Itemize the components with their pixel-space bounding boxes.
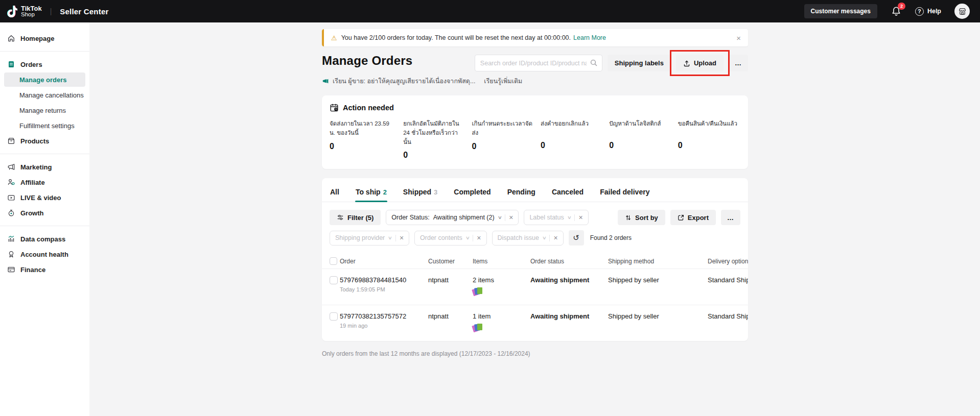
column-header-order: Order xyxy=(340,258,428,265)
action-needed-title: Action needed xyxy=(343,104,394,112)
sidebar-label: Products xyxy=(20,137,49,145)
order-items-count: 2 items xyxy=(473,276,530,284)
column-header-customer: Customer xyxy=(428,258,473,265)
product-thumbnail[interactable] xyxy=(473,324,483,333)
product-thumbnail[interactable] xyxy=(473,287,483,297)
tab-shipped[interactable]: Shipped3 xyxy=(403,183,438,202)
chip-remove-icon[interactable]: × xyxy=(578,214,582,221)
chip-remove-icon[interactable]: × xyxy=(509,214,513,221)
notification-badge: 2 xyxy=(898,3,905,10)
sidebar-label: Data compass xyxy=(20,235,65,243)
metric-value[interactable]: 0 xyxy=(403,151,465,160)
tab-all[interactable]: All xyxy=(330,183,340,202)
main-content: ⚠ You have 2/100 orders for today. The c… xyxy=(322,22,748,357)
sidebar-item-orders[interactable]: Orders xyxy=(0,57,89,72)
tab-completed[interactable]: Completed xyxy=(453,183,491,202)
shop-avatar[interactable] xyxy=(954,4,970,19)
banner-close-icon[interactable]: × xyxy=(736,34,741,42)
sidebar-item-finance[interactable]: Finance xyxy=(0,262,89,277)
sidebar-item-fulfillment-settings[interactable]: Fulfillment settings xyxy=(0,118,89,133)
filter-chip-dispatch-issue[interactable]: Dispatch issue ∨ × xyxy=(492,231,564,246)
sidebar-item-products[interactable]: Products xyxy=(0,133,89,149)
sidebar-item-account-health[interactable]: Account health xyxy=(0,247,89,262)
chevron-down-icon[interactable]: ∨ xyxy=(542,235,547,240)
export-label: Export xyxy=(688,214,709,222)
tab-to-ship[interactable]: To ship2 xyxy=(355,183,387,202)
sidebar-item-affiliate[interactable]: Affiliate xyxy=(0,175,89,190)
tab-pending[interactable]: Pending xyxy=(507,183,536,202)
sidebar-divider xyxy=(0,51,89,52)
chip-value: Awaiting shipment (2) xyxy=(433,214,495,221)
filter-button[interactable]: Filter (5) xyxy=(330,210,381,225)
tab-canceled[interactable]: Canceled xyxy=(551,183,584,202)
chip-divider xyxy=(395,235,396,241)
sidebar-item-manage-returns[interactable]: Manage returns xyxy=(0,103,89,118)
sidebar-item-growth[interactable]: Growth xyxy=(0,205,89,221)
sidebar-label: Manage returns xyxy=(19,107,66,114)
upload-label: Upload xyxy=(694,59,716,67)
action-metric: เกินกำหนดระยะเวลาจัดส่ง0 xyxy=(472,119,534,160)
sort-by-label: Sort by xyxy=(635,214,658,222)
filter-chip-label-status[interactable]: Label status ∨ × xyxy=(524,210,588,225)
filter-chip-order-status[interactable]: Order Status: Awaiting shipment (2) ∨ × xyxy=(386,210,519,225)
announcement-learn-more-link[interactable]: เรียนรู้เพิ่มเติม xyxy=(484,76,522,86)
order-id[interactable]: 579770382135757572 xyxy=(340,312,428,320)
chip-remove-icon[interactable]: × xyxy=(400,234,404,241)
chevron-down-icon[interactable]: ∨ xyxy=(497,215,502,220)
calendar-clock-icon xyxy=(330,103,339,112)
action-metric: ขอคืนสินค้า/คืนเงินแล้ว0 xyxy=(678,119,740,160)
chip-prefix: Order Status: xyxy=(391,214,429,221)
upload-button[interactable]: Upload xyxy=(676,55,724,71)
chip-remove-icon[interactable]: × xyxy=(553,234,557,241)
sidebar-item-data-compass[interactable]: Data compass xyxy=(0,231,89,247)
metric-value[interactable]: 0 xyxy=(678,141,740,150)
chip-remove-icon[interactable]: × xyxy=(477,234,481,241)
shipping-labels-button[interactable]: Shipping labels xyxy=(608,55,671,71)
select-all-checkbox[interactable] xyxy=(330,257,337,265)
toolbar-more-button[interactable]: … xyxy=(729,55,748,71)
sidebar-label: Affiliate xyxy=(20,179,45,186)
order-id[interactable]: 579769883784481540 xyxy=(340,276,428,284)
sidebar-item-manage-cancellations[interactable]: Manage cancellations xyxy=(0,87,89,103)
finance-card-icon xyxy=(7,265,15,274)
filter-chip-order-contents[interactable]: Order contents ∨ × xyxy=(414,231,486,246)
order-delivery-option: Standard Shipping xyxy=(708,276,748,284)
filter-chip-shipping-provider[interactable]: Shipping provider ∨ × xyxy=(330,231,409,246)
sidebar-item-live-video[interactable]: LIVE & video xyxy=(0,190,89,205)
sidebar-item-homepage[interactable]: Homepage xyxy=(0,31,89,46)
customer-messages-button[interactable]: Customer messages xyxy=(804,4,877,18)
sidebar-label: Marketing xyxy=(20,163,52,171)
tiktok-shop-logo[interactable]: TikTok Shop xyxy=(7,5,42,18)
banner-learn-more-link[interactable]: Learn More xyxy=(573,34,606,41)
sort-by-button[interactable]: Sort by xyxy=(618,210,665,225)
chip-value: Dispatch issue xyxy=(498,234,539,241)
column-header-items: Items xyxy=(473,258,530,265)
metric-value[interactable]: 0 xyxy=(330,142,397,151)
order-delivery-option: Standard Shipping xyxy=(708,312,748,320)
brand-line2: Shop xyxy=(21,12,42,18)
filters-more-button[interactable]: … xyxy=(721,210,740,225)
sidebar-item-manage-orders[interactable]: Manage orders xyxy=(4,72,85,87)
sidebar-item-marketing[interactable]: Marketing xyxy=(0,159,89,175)
row-checkbox[interactable] xyxy=(330,276,338,284)
order-status-tabs: All To ship2 Shipped3 Completed Pending … xyxy=(322,178,748,202)
chevron-down-icon[interactable]: ∨ xyxy=(567,215,571,220)
chevron-down-icon[interactable]: ∨ xyxy=(388,235,392,240)
sidebar-label: Manage orders xyxy=(19,76,66,84)
upload-icon xyxy=(683,60,690,67)
tab-label: To ship xyxy=(356,188,381,196)
sidebar: Homepage Orders Manage orders Manage can… xyxy=(0,22,89,416)
tab-failed-delivery[interactable]: Failed delivery xyxy=(599,183,650,202)
chevron-down-icon[interactable]: ∨ xyxy=(465,235,470,240)
notifications-button[interactable]: 2 xyxy=(891,6,902,17)
reset-filters-button[interactable]: ↺ xyxy=(569,230,584,246)
metric-value[interactable]: 0 xyxy=(472,142,534,151)
growth-icon xyxy=(7,209,15,217)
metric-value[interactable]: 0 xyxy=(541,141,603,150)
order-search-input[interactable] xyxy=(475,55,602,71)
row-checkbox[interactable] xyxy=(330,312,338,321)
export-button[interactable]: Export xyxy=(670,210,716,225)
metric-value[interactable]: 0 xyxy=(609,141,671,150)
action-metric: ยกเลิกอัตโนมัติภายใน 24 ชั่วโมงหรือเร็วก… xyxy=(403,119,465,160)
help-button[interactable]: ? Help xyxy=(915,7,941,16)
